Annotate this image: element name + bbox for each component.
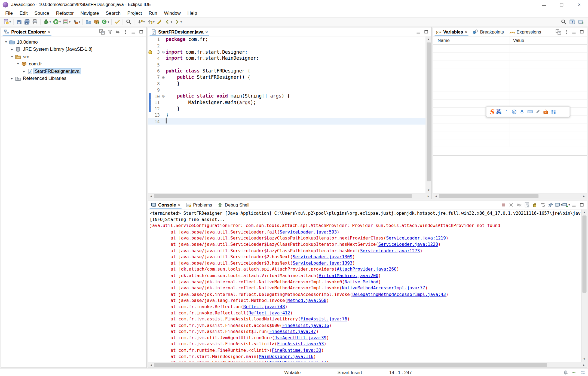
collapse-all-button[interactable] xyxy=(99,29,105,35)
notifications-icon[interactable] xyxy=(563,370,569,375)
tab-console[interactable]: Console× xyxy=(148,201,183,209)
line-number[interactable]: 8 xyxy=(152,81,161,86)
stack-trace-link[interactable]: FineAssist.java:76 xyxy=(301,316,347,322)
code-line-6[interactable]: 6public class StartFRDesigner { xyxy=(148,68,425,74)
pin-console-button[interactable] xyxy=(547,202,553,208)
stack-trace-link[interactable]: ServiceLoader.java:1228 xyxy=(378,242,438,247)
scroll-down-icon[interactable]: ▼ xyxy=(581,356,587,362)
ime-skin-icon[interactable] xyxy=(551,109,556,114)
dropdown-arrow-icon[interactable]: ▾ xyxy=(171,20,172,23)
menu-edit[interactable]: Edit xyxy=(16,10,31,17)
line-number[interactable]: 13 xyxy=(152,113,161,118)
dropdown-arrow-icon[interactable]: ▾ xyxy=(59,20,61,23)
dropdown-arrow-icon[interactable]: ▾ xyxy=(143,20,145,23)
variables-detail-pane[interactable] xyxy=(433,155,587,193)
stack-trace-link[interactable]: VirtualMachine.java:200 xyxy=(318,273,378,278)
tab-problems[interactable]: Problems xyxy=(183,201,215,209)
tab-debug-shell[interactable]: Debug Shell xyxy=(215,201,252,209)
minimize-button[interactable] xyxy=(535,0,553,9)
line-number[interactable]: 11 xyxy=(152,100,161,105)
code-line-10[interactable]: 10⊖ public static void main(String[] arg… xyxy=(148,93,425,99)
dropdown-arrow-icon[interactable]: ▾ xyxy=(69,20,71,23)
ime-toolbox-icon[interactable] xyxy=(543,109,549,114)
run-button[interactable]: ▾ xyxy=(52,18,62,26)
stack-trace-link[interactable]: Reflect.java:748 xyxy=(243,304,285,309)
code-line-4[interactable]: 4import com.fr.start.MainDesigner; xyxy=(148,55,425,62)
editor-vertical-scrollbar[interactable]: ▲ ▼ xyxy=(426,37,431,193)
line-number[interactable]: 4 xyxy=(152,56,161,61)
variables-row[interactable] xyxy=(433,131,587,139)
menu-source[interactable]: Source xyxy=(31,10,53,17)
code-line-2[interactable]: 2 xyxy=(148,43,425,49)
variables-row[interactable] xyxy=(433,139,587,147)
collapse-arrow-icon[interactable]: ▾ xyxy=(15,62,20,66)
code-line-5[interactable]: 5 xyxy=(148,62,425,68)
tree-item-referenced-libraries[interactable]: ▸Referenced Libraries xyxy=(1,75,146,82)
scroll-right-icon[interactable]: ► xyxy=(581,193,587,199)
tab-startfrdesigner-java[interactable]: J StartFRDesigner.java × xyxy=(148,28,210,36)
new-java-project-button[interactable]: J xyxy=(84,18,92,26)
menu-run[interactable]: Run xyxy=(145,10,161,17)
code-line-7[interactable]: 7⊖ public StartFRDesigner() { xyxy=(148,74,425,80)
clear-console-button[interactable] xyxy=(523,202,530,208)
fold-marker-icon[interactable]: ⊖ xyxy=(161,75,166,79)
close-icon[interactable]: × xyxy=(206,29,208,34)
new-wizard-button[interactable]: ▾ xyxy=(2,18,12,26)
tab-breakpoints[interactable]: Breakpoints xyxy=(470,28,506,36)
console-vertical-scrollbar[interactable]: ▲ ▼ xyxy=(581,210,587,362)
variables-horizontal-scrollbar[interactable]: ◄ ► xyxy=(433,193,587,199)
tree-item-com-fr[interactable]: ▾com.fr xyxy=(1,60,146,68)
quick-access-icon[interactable] xyxy=(580,370,586,375)
line-number[interactable]: 7 xyxy=(152,75,161,80)
maximize-view-button[interactable] xyxy=(579,29,585,35)
warning-bulb-icon[interactable] xyxy=(149,50,152,54)
tab-variables[interactable]: (x)=Variables× xyxy=(433,28,470,36)
stack-trace-link[interactable]: DelegatingMethodAccessorImpl.java:43 xyxy=(352,292,446,297)
quick-access-search-button[interactable] xyxy=(559,18,567,26)
line-number[interactable]: 6 xyxy=(152,68,161,74)
scroll-right-icon[interactable]: ► xyxy=(581,362,587,368)
stack-trace-link[interactable]: JvmAgentUtil.java:39 xyxy=(274,335,326,340)
terminate-button[interactable] xyxy=(500,202,506,208)
remove-all-terminated-button[interactable] xyxy=(516,202,522,208)
ime-keyboard-icon[interactable] xyxy=(527,109,533,114)
remove-launch-button[interactable] xyxy=(508,202,514,208)
sogou-logo-icon[interactable]: S xyxy=(489,108,494,116)
open-console-button[interactable]: ▾ xyxy=(563,202,569,208)
column-value[interactable]: Value xyxy=(510,37,587,44)
stack-trace-link[interactable]: FineAssist.java:47 xyxy=(269,329,316,334)
stack-trace-link[interactable]: ServiceLoader.java:593 xyxy=(280,229,337,234)
tree-item-startfrdesigner-java[interactable]: ▸JStartFRDesigner.java xyxy=(1,68,146,75)
menu-file[interactable]: File xyxy=(2,10,16,17)
stack-trace-link[interactable]: FineAssist.java:16 xyxy=(282,323,329,328)
save-button[interactable] xyxy=(15,18,23,26)
view-menu-button[interactable] xyxy=(122,29,128,35)
code-line-9[interactable]: 9 xyxy=(148,87,425,93)
code-area[interactable]: 1package com.fr;23⊖import com.fr.start.D… xyxy=(148,37,425,193)
console-output[interactable]: <terminated> StartFRDesigner [Java Appli… xyxy=(148,210,581,362)
scrollbar-thumb[interactable] xyxy=(154,363,547,367)
forward-button[interactable]: ▾ xyxy=(173,18,183,26)
expand-arrow-icon[interactable]: ▸ xyxy=(9,47,14,51)
filter-button[interactable] xyxy=(106,29,113,35)
variables-row[interactable] xyxy=(433,60,587,68)
dropdown-arrow-icon[interactable]: ▾ xyxy=(568,203,570,206)
line-number[interactable]: 3 xyxy=(152,50,161,55)
code-line-13[interactable]: 13} xyxy=(148,112,425,118)
save-all-button[interactable] xyxy=(23,18,31,26)
view-menu-button[interactable] xyxy=(563,29,569,35)
stack-trace-link[interactable]: ServiceLoader.java:1219 xyxy=(386,235,446,241)
stack-trace-link[interactable]: FineRuntime.java:33 xyxy=(272,348,321,353)
scroll-left-icon[interactable]: ◄ xyxy=(148,193,154,199)
collapse-all-button[interactable] xyxy=(555,29,561,35)
scroll-lock-button[interactable] xyxy=(531,202,538,208)
previous-annotation-button[interactable]: ▾ xyxy=(146,18,155,26)
scrollbar-thumb[interactable] xyxy=(154,194,412,198)
variables-row[interactable] xyxy=(433,123,587,131)
word-wrap-button[interactable] xyxy=(539,202,546,208)
external-tools-button[interactable]: ▾ xyxy=(71,18,81,26)
menu-help[interactable]: Help xyxy=(184,10,200,17)
stack-trace-link[interactable]: ServiceLoader.java:1393 xyxy=(293,260,352,266)
expand-arrow-icon[interactable]: ▸ xyxy=(22,69,27,73)
next-annotation-button[interactable]: ▾ xyxy=(136,18,146,26)
